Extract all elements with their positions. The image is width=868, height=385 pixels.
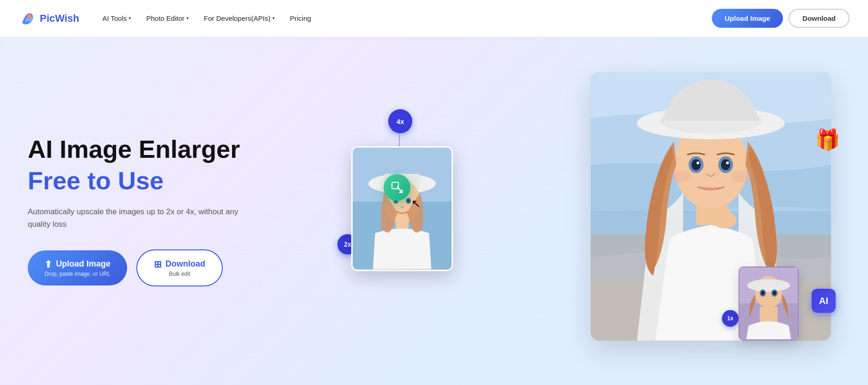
nav-item-pricing[interactable]: Pricing — [283, 11, 318, 26]
nav-cta: Upload Image Download — [712, 9, 850, 28]
chevron-down-icon: ▾ — [272, 15, 275, 21]
cursor-icon: ↖ — [411, 197, 421, 210]
hero-description: Automatically upscale the images up to 2… — [28, 205, 240, 230]
small-preview-image — [351, 146, 453, 271]
enlarge-icon — [384, 174, 410, 201]
svg-point-25 — [697, 161, 699, 164]
svg-point-26 — [726, 161, 729, 164]
nav-download-button[interactable]: Download — [789, 9, 850, 28]
svg-point-39 — [773, 291, 776, 295]
nav-item-photo-editor[interactable]: Photo Editor ▾ — [140, 11, 196, 26]
svg-point-29 — [671, 170, 691, 183]
hero-image-composition: 4x ↖ 2x — [324, 54, 840, 368]
nav-upload-button[interactable]: Upload Image — [712, 9, 783, 28]
hero-buttons: ⬆ Upload Image Drop, paste image, or URL… — [28, 249, 305, 286]
logo[interactable]: PicWish — [18, 10, 79, 27]
enlarge-svg — [390, 180, 404, 194]
ai-badge: AI — [812, 289, 836, 313]
svg-point-28 — [714, 172, 719, 176]
svg-point-38 — [761, 291, 765, 295]
svg-point-24 — [721, 159, 730, 170]
nav-item-developers[interactable]: For Developers(APIs) ▾ — [197, 11, 281, 26]
small-preview-svg — [353, 148, 452, 269]
svg-point-30 — [731, 170, 751, 183]
upload-icon: ⬆ — [44, 259, 52, 270]
tiny-preview-image — [739, 267, 799, 341]
hero-title: AI Image Enlarger — [28, 136, 305, 163]
svg-point-23 — [691, 159, 701, 170]
svg-point-27 — [703, 172, 708, 176]
hero-subtitle: Free to Use — [28, 167, 305, 194]
nav-item-ai-tools[interactable]: AI Tools ▾ — [96, 11, 138, 26]
badge-4x: 4x — [388, 109, 412, 133]
badge-1x: 1x — [722, 310, 739, 327]
svg-point-12 — [407, 199, 410, 203]
gift-icon: 🎁 — [815, 128, 840, 152]
chevron-down-icon: ▾ — [186, 15, 189, 21]
svg-point-1 — [28, 15, 31, 18]
hero-download-button[interactable]: ⊞ Download Bulk edit — [136, 249, 223, 286]
tiny-preview-svg — [740, 267, 798, 339]
navbar: PicWish AI Tools ▾ Photo Editor ▾ For De… — [0, 0, 868, 37]
hero-section: AI Image Enlarger Free to Use Automatica… — [0, 37, 868, 385]
chevron-down-icon: ▾ — [128, 15, 131, 21]
logo-icon — [18, 10, 36, 27]
nav-links: AI Tools ▾ Photo Editor ▾ For Developers… — [96, 11, 712, 26]
windows-icon: ⊞ — [154, 259, 162, 270]
hero-upload-button[interactable]: ⬆ Upload Image Drop, paste image, or URL — [28, 250, 127, 286]
logo-text: PicWish — [40, 12, 79, 25]
svg-point-35 — [747, 279, 790, 292]
hero-content: AI Image Enlarger Free to Use Automatica… — [28, 136, 305, 286]
svg-rect-2 — [392, 182, 398, 189]
